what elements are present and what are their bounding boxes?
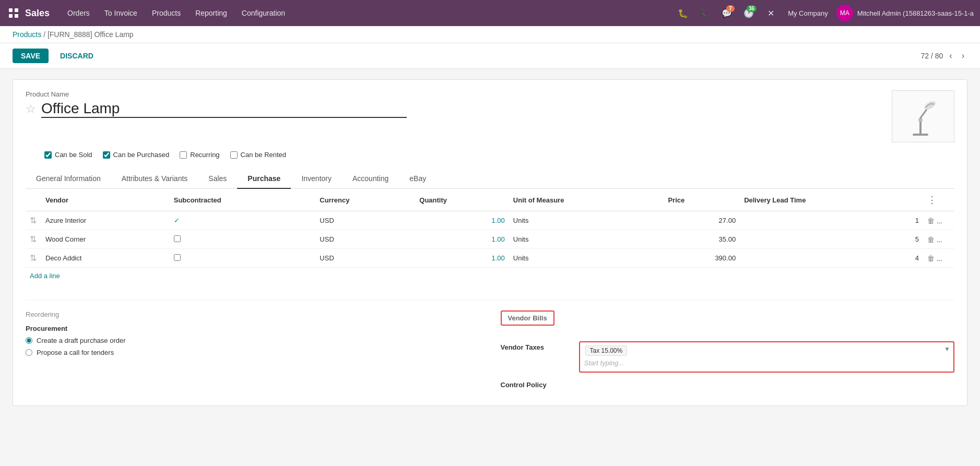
- company-name: My Company: [784, 9, 832, 17]
- vendor-taxes-field[interactable]: Tax 15.00% Start typing... ▼: [579, 341, 955, 373]
- bottom-section: Reordering Procurement Create a draft pu…: [26, 300, 954, 395]
- next-button[interactable]: ›: [959, 50, 967, 62]
- row-more-3: ...: [937, 255, 942, 262]
- can-be-sold-label: Can be Sold: [55, 151, 92, 159]
- procurement-option-draft[interactable]: Create a draft purchase order: [26, 337, 480, 344]
- recurring-checkbox[interactable]: Recurring: [180, 151, 219, 159]
- product-image[interactable]: [892, 90, 954, 142]
- procurement-radio-tender[interactable]: [26, 349, 32, 356]
- svg-rect-1: [15, 8, 18, 12]
- discard-button[interactable]: DISCARD: [54, 49, 100, 63]
- col-handle: [26, 189, 41, 211]
- section-left: Reordering Procurement Create a draft pu…: [26, 310, 480, 395]
- nav-orders[interactable]: Orders: [60, 0, 97, 26]
- messages-icon[interactable]: 💬 7: [718, 4, 736, 22]
- col-price: Price: [664, 189, 740, 211]
- top-navigation: Sales Orders To Invoice Products Reporti…: [0, 0, 980, 26]
- row-actions-2: 🗑 ...: [923, 230, 954, 249]
- vendor-name-2[interactable]: Wood Corner: [41, 230, 170, 249]
- subcontracted-checkbox-2[interactable]: [174, 235, 181, 242]
- price-3[interactable]: 390.00: [664, 249, 740, 268]
- updates-icon[interactable]: 🕐 36: [740, 4, 758, 22]
- grid-menu-icon[interactable]: [6, 6, 21, 20]
- quantity-1[interactable]: 1.00: [415, 211, 509, 230]
- currency-1[interactable]: USD: [315, 211, 415, 230]
- tab-inventory[interactable]: Inventory: [291, 169, 342, 189]
- phone-icon[interactable]: 📞: [696, 4, 714, 22]
- nav-products[interactable]: Products: [145, 0, 188, 26]
- procurement-option-draft-label: Create a draft purchase order: [37, 337, 126, 344]
- vendor-name-1[interactable]: Azure Interior: [41, 211, 170, 230]
- currency-2[interactable]: USD: [315, 230, 415, 249]
- row-actions-1: 🗑 ...: [923, 211, 954, 230]
- subcontracted-1[interactable]: ✓: [170, 211, 316, 230]
- row-handle-2[interactable]: ⇅: [26, 230, 41, 249]
- save-button[interactable]: SAVE: [13, 49, 49, 63]
- favorite-star-icon[interactable]: ☆: [26, 102, 36, 116]
- tab-sales[interactable]: Sales: [198, 169, 237, 189]
- can-be-purchased-checkbox[interactable]: Can be Purchased: [103, 151, 170, 159]
- app-brand: Sales: [25, 8, 50, 19]
- bug-icon[interactable]: 🐛: [674, 4, 692, 22]
- lead-time-1[interactable]: 1: [740, 211, 923, 230]
- col-lead-time: Delivery Lead Time: [740, 189, 923, 211]
- can-be-purchased-input[interactable]: [103, 151, 110, 159]
- subcontracted-3[interactable]: [170, 249, 316, 268]
- tab-accounting[interactable]: Accounting: [342, 169, 399, 189]
- unit-1[interactable]: Units: [509, 211, 664, 230]
- vendor-bills-button[interactable]: Vendor Bills: [501, 310, 554, 326]
- unit-3[interactable]: Units: [509, 249, 664, 268]
- avatar[interactable]: MA: [836, 5, 853, 21]
- lead-time-3[interactable]: 4: [740, 249, 923, 268]
- col-subcontracted: Subcontracted: [170, 189, 316, 211]
- nav-configuration[interactable]: Configuration: [234, 0, 292, 26]
- quantity-3[interactable]: 1.00: [415, 249, 509, 268]
- procurement-radio-draft[interactable]: [26, 337, 32, 344]
- can-be-rented-label: Can be Rented: [241, 151, 286, 159]
- breadcrumb-parent[interactable]: Products: [13, 30, 41, 39]
- quantity-2[interactable]: 1.00: [415, 230, 509, 249]
- add-line-button[interactable]: Add a line: [26, 268, 64, 284]
- delete-row-1-button[interactable]: 🗑: [927, 217, 935, 225]
- product-name-input[interactable]: [41, 100, 407, 118]
- delete-row-2-button[interactable]: 🗑: [927, 235, 935, 244]
- row-handle-1[interactable]: ⇅: [26, 211, 41, 230]
- nav-reporting[interactable]: Reporting: [188, 0, 234, 26]
- currency-3[interactable]: USD: [315, 249, 415, 268]
- col-actions: ⋮: [923, 189, 954, 211]
- can-be-sold-input[interactable]: [44, 151, 52, 159]
- vendor-taxes-row: Vendor Taxes Tax 15.00% Start typing... …: [501, 341, 955, 373]
- form-card: Product Name ☆: [13, 79, 967, 406]
- unit-2[interactable]: Units: [509, 230, 664, 249]
- recurring-input[interactable]: [180, 151, 187, 159]
- can-be-rented-checkbox[interactable]: Can be Rented: [230, 151, 286, 159]
- nav-to-invoice[interactable]: To Invoice: [97, 0, 145, 26]
- username: Mitchell Admin (15881263-saas-15-1-a: [857, 9, 974, 17]
- tab-purchase[interactable]: Purchase: [237, 169, 291, 189]
- can-be-sold-checkbox[interactable]: Can be Sold: [44, 151, 92, 159]
- lead-time-2[interactable]: 5: [740, 230, 923, 249]
- tax-placeholder: Start typing...: [584, 359, 950, 367]
- subcontracted-2[interactable]: [170, 230, 316, 249]
- close-icon[interactable]: ✕: [762, 4, 780, 22]
- vendor-name-3[interactable]: Deco Addict: [41, 249, 170, 268]
- can-be-purchased-label: Can be Purchased: [113, 151, 170, 159]
- tab-ebay[interactable]: eBay: [399, 169, 436, 189]
- price-1[interactable]: 27.00: [664, 211, 740, 230]
- col-currency: Currency: [315, 189, 415, 211]
- table-options-button[interactable]: ⋮: [927, 194, 937, 206]
- tax-tag[interactable]: Tax 15.00%: [585, 345, 628, 356]
- prev-button[interactable]: ‹: [946, 50, 955, 62]
- tab-attributes-variants[interactable]: Attributes & Variants: [111, 169, 198, 189]
- row-actions-3: 🗑 ...: [923, 249, 954, 268]
- can-be-rented-input[interactable]: [230, 151, 238, 159]
- delete-row-3-button[interactable]: 🗑: [927, 254, 935, 262]
- row-handle-3[interactable]: ⇅: [26, 249, 41, 268]
- procurement-option-tender[interactable]: Propose a call for tenders: [26, 349, 480, 356]
- subcontracted-checkbox-3[interactable]: [174, 254, 181, 261]
- product-name-label: Product Name: [26, 90, 892, 98]
- price-2[interactable]: 35.00: [664, 230, 740, 249]
- svg-rect-0: [9, 8, 13, 12]
- table-row: ⇅ Wood Corner USD 1.00 Units 35.00 5 🗑 .…: [26, 230, 954, 249]
- tab-general-information[interactable]: General Information: [26, 169, 111, 189]
